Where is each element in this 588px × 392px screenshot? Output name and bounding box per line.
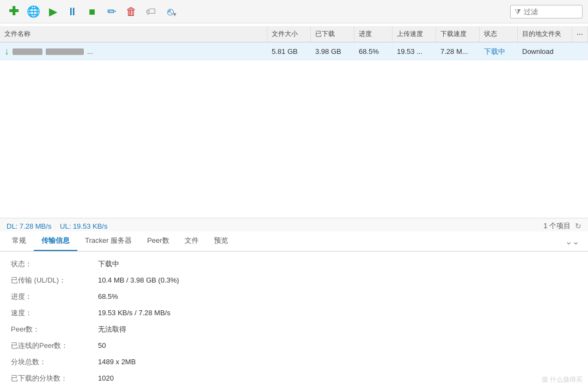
- tag-icon[interactable]: 🏷: [143, 3, 159, 20]
- col-header-size[interactable]: 文件大小: [267, 26, 311, 42]
- ul-label: UL:: [60, 222, 71, 230]
- detail-row-peers: Peer数： 无法取得: [11, 324, 577, 334]
- torrent-dl-speed: 7.28 M...: [436, 42, 480, 61]
- torrent-downloaded: 3.98 GB: [311, 42, 354, 61]
- torrent-table: 文件名称 文件大小 已下载 进度 上传速度 下载速度 状态 目的地文件夹 ⋯ ↓…: [0, 26, 588, 60]
- edit-icon[interactable]: ✏: [103, 3, 120, 20]
- pause-icon[interactable]: ⏸: [64, 3, 81, 20]
- detail-row-progress: 进度： 68.5%: [11, 292, 577, 302]
- detail-value-chunks-total: 1489 x 2MB: [98, 358, 136, 366]
- col-header-status[interactable]: 状态: [480, 26, 518, 42]
- filter-input[interactable]: [524, 8, 578, 16]
- detail-row-speed: 速度： 19.53 KB/s / 7.28 MB/s: [11, 308, 577, 318]
- torrent-progress: 68.5%: [354, 42, 393, 61]
- torrent-dest: Download: [518, 42, 572, 61]
- detail-label-peers: Peer数：: [11, 324, 98, 334]
- toolbar: ✚ 🌐 ▶ ⏸ ■ ✏ 🗑 🏷 ⎋▼ ⧩: [0, 0, 588, 23]
- torrent-size: 5.81 GB: [267, 42, 311, 61]
- refresh-icon[interactable]: ↻: [575, 222, 581, 230]
- dl-speed-value: 7.28 MB/s: [20, 222, 52, 230]
- filter-icon: ⧩: [514, 7, 521, 16]
- torrent-name-cell[interactable]: ↓ ...: [0, 42, 267, 61]
- torrent-status: 下载中: [480, 42, 518, 61]
- name-blur-2: [46, 48, 84, 55]
- add-icon[interactable]: ✚: [5, 3, 22, 20]
- delete-icon[interactable]: 🗑: [123, 3, 139, 20]
- col-header-progress[interactable]: 进度: [354, 26, 393, 42]
- detail-value-connected-peers: 50: [98, 341, 106, 350]
- speed-info: DL: 7.28 MB/s UL: 19.53 KB/s: [7, 222, 107, 230]
- stop-icon[interactable]: ■: [84, 3, 100, 20]
- col-header-dl-speed[interactable]: 下载速度: [436, 26, 480, 42]
- detail-row-connected-peers: 已连线的Peer数： 50: [11, 341, 577, 351]
- detail-label-status: 状态：: [11, 259, 98, 269]
- detail-value-peers: 无法取得: [98, 324, 126, 334]
- col-header-name[interactable]: 文件名称: [0, 26, 267, 42]
- detail-row-transferred: 已传输 (UL/DL)： 10.4 MB / 3.98 GB (0.3%): [11, 275, 577, 285]
- expand-icon[interactable]: ⌄⌄: [561, 232, 584, 251]
- detail-label-speed: 速度：: [11, 308, 98, 318]
- table-row[interactable]: ↓ ... 5.81 GB 3.98 GB 68.5% 19.53 ... 7.…: [0, 42, 588, 61]
- status-right: 1 个项目 ↻: [543, 221, 581, 231]
- detail-row-chunks-downloaded: 已下载的分块数： 1020: [11, 373, 577, 383]
- name-ellipsis: ...: [87, 47, 93, 56]
- tab-tracker[interactable]: Tracker 服务器: [77, 231, 139, 251]
- torrent-ul-speed: 19.53 ...: [393, 42, 436, 61]
- tab-general[interactable]: 常规: [4, 231, 34, 251]
- detail-value-status: 下载中: [98, 259, 119, 269]
- detail-tabs: 常规 传输信息 Tracker 服务器 Peer数 文件 预览 ⌄⌄: [0, 231, 588, 252]
- detail-row-chunks-total: 分块总数： 1489 x 2MB: [11, 357, 577, 367]
- detail-value-transferred: 10.4 MB / 3.98 GB (0.3%): [98, 276, 179, 284]
- play-icon[interactable]: ▶: [45, 3, 61, 20]
- detail-panel: 状态： 下载中 已传输 (UL/DL)： 10.4 MB / 3.98 GB (…: [0, 252, 588, 392]
- detail-label-transferred: 已传输 (UL/DL)：: [11, 275, 98, 285]
- download-arrow-icon: ↓: [4, 46, 9, 57]
- dl-label: DL:: [7, 222, 17, 230]
- torrent-list-area: 文件名称 文件大小 已下载 进度 上传速度 下载速度 状态 目的地文件夹 ⋯ ↓…: [0, 26, 588, 222]
- share-icon[interactable]: ⎋▼: [162, 3, 179, 20]
- tab-files[interactable]: 文件: [177, 231, 206, 251]
- detail-label-progress: 进度：: [11, 292, 98, 302]
- table-header-row: 文件名称 文件大小 已下载 进度 上传速度 下载速度 状态 目的地文件夹 ⋯: [0, 26, 588, 42]
- col-header-downloaded[interactable]: 已下载: [311, 26, 354, 42]
- col-header-ul-speed[interactable]: 上传速度: [393, 26, 436, 42]
- detail-value-progress: 68.5%: [98, 292, 118, 301]
- tab-transfer[interactable]: 传输信息: [34, 231, 77, 251]
- tab-peer-count[interactable]: Peer数: [139, 231, 176, 251]
- detail-label-chunks-downloaded: 已下载的分块数：: [11, 373, 98, 383]
- detail-value-speed: 19.53 KB/s / 7.28 MB/s: [98, 309, 170, 317]
- detail-label-chunks-total: 分块总数：: [11, 357, 98, 367]
- item-count: 1 个项目: [543, 221, 571, 231]
- torrent-extra: [572, 42, 588, 61]
- detail-value-chunks-downloaded: 1020: [98, 374, 114, 382]
- detail-label-connected-peers: 已连线的Peer数：: [11, 341, 98, 351]
- col-header-extra: ⋯: [572, 26, 588, 42]
- filter-box: ⧩: [510, 5, 583, 19]
- detail-row-status: 状态： 下载中: [11, 259, 577, 269]
- ul-speed-value: 19.53 KB/s: [73, 222, 108, 230]
- name-blur-1: [13, 48, 42, 55]
- col-header-dest[interactable]: 目的地文件夹: [518, 26, 572, 42]
- globe-icon[interactable]: 🌐: [25, 3, 41, 20]
- tab-preview[interactable]: 预览: [206, 231, 236, 251]
